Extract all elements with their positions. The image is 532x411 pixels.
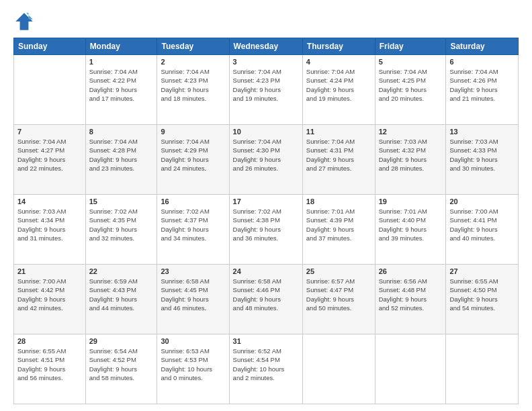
calendar-cell: 12Sunrise: 7:03 AMSunset: 4:32 PMDayligh… [375, 125, 446, 195]
day-info: Sunrise: 7:04 AMSunset: 4:26 PMDaylight:… [449, 67, 515, 103]
calendar-cell [446, 334, 519, 404]
calendar-cell: 19Sunrise: 7:01 AMSunset: 4:40 PMDayligh… [375, 195, 446, 265]
day-header: Tuesday [157, 38, 229, 55]
calendar-cell: 23Sunrise: 6:58 AMSunset: 4:45 PMDayligh… [157, 265, 229, 334]
day-number: 8 [89, 128, 154, 136]
day-number: 27 [449, 267, 515, 275]
calendar-cell: 14Sunrise: 7:03 AMSunset: 4:34 PMDayligh… [14, 195, 86, 265]
day-number: 31 [233, 337, 299, 345]
calendar-cell: 2Sunrise: 7:04 AMSunset: 4:23 PMDaylight… [157, 55, 229, 125]
svg-marker-0 [15, 13, 33, 30]
calendar-cell: 10Sunrise: 7:04 AMSunset: 4:30 PMDayligh… [229, 125, 302, 195]
day-info: Sunrise: 7:00 AMSunset: 4:41 PMDaylight:… [449, 207, 515, 242]
calendar-cell: 21Sunrise: 7:00 AMSunset: 4:42 PMDayligh… [14, 265, 86, 334]
day-header: Sunday [14, 38, 86, 55]
day-header: Thursday [302, 38, 375, 55]
day-number: 13 [449, 128, 515, 136]
day-info: Sunrise: 7:01 AMSunset: 4:40 PMDaylight:… [379, 207, 443, 242]
day-info: Sunrise: 7:02 AMSunset: 4:38 PMDaylight:… [233, 207, 299, 242]
day-info: Sunrise: 7:04 AMSunset: 4:23 PMDaylight:… [161, 67, 225, 103]
calendar-cell: 8Sunrise: 7:04 AMSunset: 4:28 PMDaylight… [85, 125, 157, 195]
day-info: Sunrise: 7:03 AMSunset: 4:32 PMDaylight:… [379, 137, 443, 173]
day-number: 30 [161, 337, 225, 345]
day-info: Sunrise: 7:04 AMSunset: 4:25 PMDaylight:… [379, 67, 443, 103]
calendar-cell: 30Sunrise: 6:53 AMSunset: 4:53 PMDayligh… [157, 334, 229, 404]
day-number: 3 [233, 58, 299, 66]
day-info: Sunrise: 6:57 AMSunset: 4:47 PMDaylight:… [306, 277, 371, 312]
day-info: Sunrise: 7:04 AMSunset: 4:24 PMDaylight:… [306, 67, 371, 103]
calendar-cell: 24Sunrise: 6:58 AMSunset: 4:46 PMDayligh… [229, 265, 302, 334]
calendar-cell: 22Sunrise: 6:59 AMSunset: 4:43 PMDayligh… [85, 265, 157, 334]
day-info: Sunrise: 6:58 AMSunset: 4:46 PMDaylight:… [233, 277, 299, 312]
day-info: Sunrise: 6:52 AMSunset: 4:54 PMDaylight:… [233, 347, 299, 382]
calendar-cell: 5Sunrise: 7:04 AMSunset: 4:25 PMDaylight… [375, 55, 446, 125]
day-header: Friday [375, 38, 446, 55]
calendar-cell: 25Sunrise: 6:57 AMSunset: 4:47 PMDayligh… [302, 265, 375, 334]
day-info: Sunrise: 7:04 AMSunset: 4:29 PMDaylight:… [161, 137, 225, 173]
day-info: Sunrise: 7:02 AMSunset: 4:35 PMDaylight:… [89, 207, 154, 242]
day-number: 11 [306, 128, 371, 136]
day-info: Sunrise: 7:03 AMSunset: 4:33 PMDaylight:… [449, 137, 515, 173]
day-info: Sunrise: 7:04 AMSunset: 4:31 PMDaylight:… [306, 137, 371, 173]
calendar-cell: 13Sunrise: 7:03 AMSunset: 4:33 PMDayligh… [446, 125, 519, 195]
calendar-cell: 26Sunrise: 6:56 AMSunset: 4:48 PMDayligh… [375, 265, 446, 334]
day-number: 16 [161, 197, 225, 205]
calendar-cell [14, 55, 86, 125]
page: SundayMondayTuesdayWednesdayThursdayFrid… [0, 0, 532, 411]
day-info: Sunrise: 6:59 AMSunset: 4:43 PMDaylight:… [89, 277, 154, 312]
calendar-cell: 27Sunrise: 6:55 AMSunset: 4:50 PMDayligh… [446, 265, 519, 334]
day-number: 24 [233, 267, 299, 275]
logo [13, 11, 38, 32]
day-number: 1 [89, 58, 154, 66]
day-number: 29 [89, 337, 154, 345]
header [13, 11, 519, 32]
day-number: 21 [17, 267, 82, 275]
day-info: Sunrise: 6:55 AMSunset: 4:50 PMDaylight:… [449, 277, 515, 312]
day-header: Wednesday [229, 38, 302, 55]
calendar-cell: 16Sunrise: 7:02 AMSunset: 4:37 PMDayligh… [157, 195, 229, 265]
day-number: 19 [379, 197, 443, 205]
calendar-cell: 9Sunrise: 7:04 AMSunset: 4:29 PMDaylight… [157, 125, 229, 195]
day-number: 15 [89, 197, 154, 205]
day-number: 26 [379, 267, 443, 275]
day-info: Sunrise: 6:54 AMSunset: 4:52 PMDaylight:… [89, 347, 154, 382]
day-number: 14 [17, 197, 82, 205]
calendar-cell [375, 334, 446, 404]
calendar-cell: 17Sunrise: 7:02 AMSunset: 4:38 PMDayligh… [229, 195, 302, 265]
day-number: 20 [449, 197, 515, 205]
day-number: 22 [89, 267, 154, 275]
day-number: 12 [379, 128, 443, 136]
logo-icon [13, 11, 35, 32]
calendar-cell: 15Sunrise: 7:02 AMSunset: 4:35 PMDayligh… [85, 195, 157, 265]
day-number: 9 [161, 128, 225, 136]
calendar-cell: 1Sunrise: 7:04 AMSunset: 4:22 PMDaylight… [85, 55, 157, 125]
calendar-cell: 31Sunrise: 6:52 AMSunset: 4:54 PMDayligh… [229, 334, 302, 404]
calendar-cell: 4Sunrise: 7:04 AMSunset: 4:24 PMDaylight… [302, 55, 375, 125]
day-info: Sunrise: 7:04 AMSunset: 4:30 PMDaylight:… [233, 137, 299, 173]
day-info: Sunrise: 7:02 AMSunset: 4:37 PMDaylight:… [161, 207, 225, 242]
day-number: 2 [161, 58, 225, 66]
calendar-cell: 3Sunrise: 7:04 AMSunset: 4:23 PMDaylight… [229, 55, 302, 125]
day-number: 25 [306, 267, 371, 275]
calendar-cell: 18Sunrise: 7:01 AMSunset: 4:39 PMDayligh… [302, 195, 375, 265]
day-number: 17 [233, 197, 299, 205]
calendar-cell: 28Sunrise: 6:55 AMSunset: 4:51 PMDayligh… [14, 334, 86, 404]
day-info: Sunrise: 7:03 AMSunset: 4:34 PMDaylight:… [17, 207, 82, 242]
day-number: 5 [379, 58, 443, 66]
day-number: 18 [306, 197, 371, 205]
calendar-cell: 7Sunrise: 7:04 AMSunset: 4:27 PMDaylight… [14, 125, 86, 195]
day-info: Sunrise: 7:04 AMSunset: 4:23 PMDaylight:… [233, 67, 299, 103]
calendar-cell: 11Sunrise: 7:04 AMSunset: 4:31 PMDayligh… [302, 125, 375, 195]
calendar-cell: 29Sunrise: 6:54 AMSunset: 4:52 PMDayligh… [85, 334, 157, 404]
calendar-cell [302, 334, 375, 404]
day-number: 28 [17, 337, 82, 345]
day-number: 10 [233, 128, 299, 136]
day-info: Sunrise: 7:04 AMSunset: 4:27 PMDaylight:… [17, 137, 82, 173]
day-number: 4 [306, 58, 371, 66]
day-number: 7 [17, 128, 82, 136]
day-info: Sunrise: 7:04 AMSunset: 4:28 PMDaylight:… [89, 137, 154, 173]
day-info: Sunrise: 6:55 AMSunset: 4:51 PMDaylight:… [17, 347, 82, 382]
day-header: Monday [85, 38, 157, 55]
day-number: 23 [161, 267, 225, 275]
calendar-cell: 6Sunrise: 7:04 AMSunset: 4:26 PMDaylight… [446, 55, 519, 125]
